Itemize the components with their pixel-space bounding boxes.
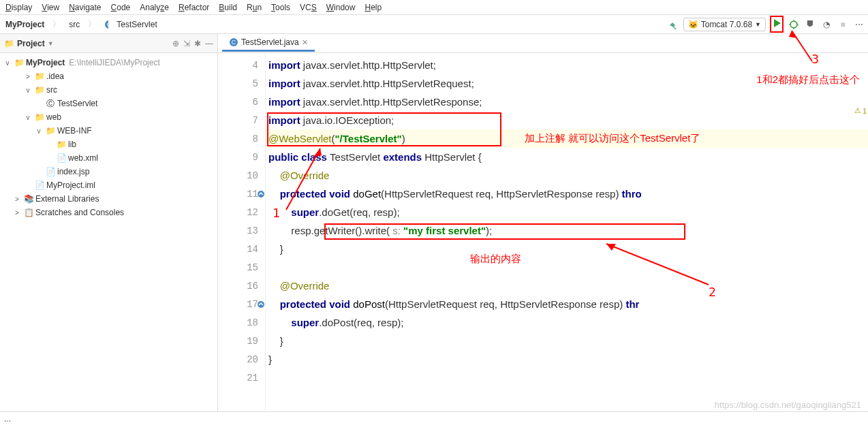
tomcat-icon: 🐱 [688, 20, 698, 29]
tree-label: src [46, 85, 57, 95]
tree-root[interactable]: v 📁 MyProject E:\IntelliJIEDA\MyProject [0, 56, 217, 69]
hammer-icon[interactable] [667, 18, 679, 31]
editor-panel: C TestServlet.java ✕ 4567891011121314151… [218, 34, 868, 411]
editor-body[interactable]: 456789101112131415161718192021 import ja… [218, 53, 868, 411]
svg-text:C: C [107, 21, 108, 28]
project-panel: 📁 Project ▼ ⊕ ⇲ ✱ — v 📁 MyProject E:\Int… [0, 34, 218, 411]
panel-title: Project [17, 39, 45, 48]
file-icon: 📄 [34, 180, 45, 191]
chevron-right-icon: 〉 [85, 18, 99, 31]
tree-label: Scratches and Consoles [35, 208, 124, 217]
menu-tools[interactable]: Tools [267, 1, 294, 14]
expand-icon[interactable]: v [23, 114, 33, 121]
chevron-down-icon[interactable]: ▼ [48, 40, 54, 47]
more-icon[interactable]: ⋯ [853, 18, 865, 31]
coverage-icon[interactable]: ⛊ [804, 18, 816, 31]
breadcrumb-project[interactable]: MyProject [3, 19, 47, 30]
stop-icon[interactable]: ■ [837, 18, 849, 31]
tree-label: index.jsp [57, 167, 89, 176]
file-icon: 📄 [56, 153, 67, 163]
status-bar: ... [0, 411, 868, 425]
file-icon: 📁 [34, 112, 45, 123]
breadcrumb-src[interactable]: src [66, 19, 82, 30]
tree-item[interactable]: 📄MyProject.iml [0, 178, 217, 192]
expand-icon[interactable]: > [23, 73, 33, 80]
menu-view[interactable]: View [37, 1, 63, 14]
tree-item[interactable]: v📁web [0, 110, 217, 124]
run-config-label: Tomcat 7.0.68 [701, 20, 752, 29]
menu-bar: Display View Navigate Code Analyze Refac… [0, 0, 868, 15]
warning-badge[interactable]: ⚠ 1 [854, 106, 867, 115]
breadcrumb: MyProject 〉 src 〉 C TestServlet [3, 18, 160, 31]
svg-text:C: C [232, 39, 236, 46]
project-icon: 📁 [4, 39, 14, 48]
expand-icon[interactable]: v [23, 86, 33, 94]
chevron-right-icon: 〉 [50, 18, 63, 31]
debug-icon[interactable] [788, 18, 800, 31]
editor-tabs: C TestServlet.java ✕ [218, 34, 868, 53]
menu-run[interactable]: Run [243, 1, 266, 14]
tree-item[interactable]: >📚External Libraries [0, 192, 217, 206]
hide-icon[interactable]: — [205, 39, 213, 48]
menu-display[interactable]: Display [1, 1, 36, 14]
tree-label: WEB-INF [57, 126, 92, 136]
tree-label: lib [68, 140, 76, 149]
tree-label: MyProject.iml [46, 180, 95, 190]
tab-label: TestServlet.java [241, 37, 299, 47]
toolbar: MyProject 〉 src 〉 C TestServlet 🐱 Tomcat… [0, 15, 868, 34]
warning-count: 1 [863, 107, 867, 115]
menu-build[interactable]: Build [215, 1, 241, 14]
tree-label: MyProject [26, 58, 65, 67]
menu-vcs[interactable]: VCS [296, 1, 321, 14]
locate-icon[interactable]: ⊕ [172, 39, 179, 48]
expand-icon[interactable]: v [3, 59, 12, 67]
annotation-num-2: 2 [709, 285, 716, 299]
breadcrumb-class[interactable]: TestServlet [114, 19, 159, 30]
svg-point-2 [790, 21, 797, 28]
annotation-label-3: 1和2都搞好后点击这个 [756, 74, 860, 86]
close-icon[interactable]: ✕ [302, 38, 308, 47]
file-icon: Ⓒ [45, 98, 56, 109]
tree-item[interactable]: >📋Scratches and Consoles [0, 206, 217, 219]
override-marker-icon[interactable] [257, 189, 266, 199]
run-button[interactable] [770, 16, 784, 33]
toolbar-right: 🐱 Tomcat 7.0.68 ▼ ⛊ ◔ ■ ⋯ [667, 16, 865, 33]
file-icon: 📁 [34, 84, 45, 95]
tree-item[interactable]: v📁WEB-INF [0, 124, 217, 138]
expand-icon[interactable]: > [12, 195, 22, 203]
tree-item[interactable]: >📁.idea [0, 69, 217, 83]
svg-point-9 [258, 191, 264, 198]
menu-refactor[interactable]: Refactor [174, 1, 213, 14]
code-area[interactable]: import javax.servlet.http.HttpServlet;im… [266, 53, 868, 411]
project-tree: v 📁 MyProject E:\IntelliJIEDA\MyProject … [0, 53, 217, 222]
menu-code[interactable]: Code [107, 1, 135, 14]
watermark: https://blog.csdn.net/gaoqingliang521 [715, 400, 861, 410]
tree-item[interactable]: v📁src [0, 83, 217, 97]
menu-help[interactable]: Help [360, 1, 386, 14]
chevron-down-icon: ▼ [755, 21, 761, 28]
tree-label: External Libraries [35, 194, 99, 204]
file-icon: 📄 [45, 166, 56, 177]
menu-analyze[interactable]: Analyze [136, 1, 173, 14]
profile-icon[interactable]: ◔ [820, 18, 833, 31]
tree-item[interactable]: ⒸTestServlet [0, 97, 217, 110]
class-icon: C [229, 37, 238, 47]
override-marker-icon[interactable] [257, 300, 266, 309]
run-config-selector[interactable]: 🐱 Tomcat 7.0.68 ▼ [683, 18, 766, 31]
annotation-label-2: 输出的内容 [470, 253, 521, 266]
collapse-icon[interactable]: ⇲ [183, 39, 190, 48]
tree-item[interactable]: 📄index.jsp [0, 165, 217, 178]
gutter: 456789101112131415161718192021 [218, 53, 266, 411]
tree-item[interactable]: 📁lib [0, 138, 217, 151]
menu-window[interactable]: Window [322, 1, 360, 14]
tree-label: web.xml [68, 153, 98, 163]
menu-navigate[interactable]: Navigate [65, 1, 105, 14]
warning-icon: ⚠ [854, 106, 861, 115]
tree-label: .idea [46, 72, 64, 81]
expand-icon[interactable]: > [12, 209, 22, 217]
tree-item[interactable]: 📄web.xml [0, 151, 217, 165]
editor-tab[interactable]: C TestServlet.java ✕ [222, 35, 315, 52]
file-icon: 📋 [23, 207, 34, 218]
settings-icon[interactable]: ✱ [194, 39, 201, 48]
expand-icon[interactable]: v [34, 127, 44, 135]
